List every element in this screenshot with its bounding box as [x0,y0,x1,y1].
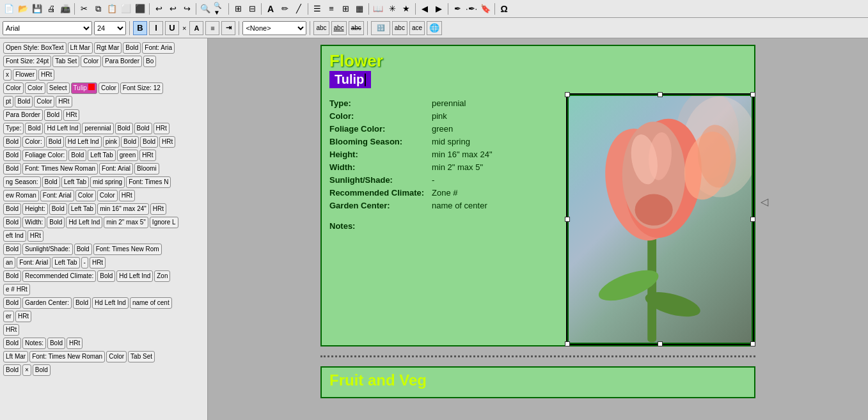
print-icon[interactable]: 🖨 [45,3,58,15]
tag-para-border2[interactable]: Para Border [3,109,43,121]
zoom-icon[interactable]: 🔍 [199,3,212,15]
tag-bold22[interactable]: Bold [97,270,115,282]
tag-color4[interactable]: Color [99,82,119,94]
indent-button[interactable]: ⇥ [221,21,235,35]
align-button[interactable]: ≡ [205,21,219,35]
tag-bold1[interactable]: Bold [123,42,141,54]
tag-perennial[interactable]: perennial [82,123,113,134]
symbol-icon[interactable]: Ω [498,3,510,15]
tag-pink[interactable]: pink [103,136,120,148]
tag-color1[interactable]: Color [81,56,101,67]
tag-hd-left-ind4[interactable]: Hd Left Ind [116,270,153,282]
tag-x1[interactable]: x [3,69,12,81]
tag-hrt6[interactable]: HRt [139,150,155,161]
tag-color2[interactable]: Color [3,82,24,94]
tag-color3[interactable]: Color [25,82,45,94]
tag-bold24[interactable]: Bold [73,297,91,309]
bullet-icon[interactable]: ☰ [311,3,324,15]
font-selector[interactable]: Arial Times New Roman Courier New [3,21,92,35]
save-icon[interactable]: 💾 [31,3,43,15]
thesaurus-btn[interactable]: ace [409,21,425,35]
tag-color6[interactable]: Color [75,190,96,201]
tag-eft-ind[interactable]: eft Ind [3,230,26,242]
ref-icon[interactable]: ✳ [386,3,398,15]
lang-btn[interactable]: 🌐 [427,21,442,35]
bold-button[interactable]: B [133,21,147,35]
tag-color-lbl[interactable]: Color: [22,136,45,148]
grid-icon[interactable]: ▦ [353,3,366,15]
tag-mid-spring[interactable]: mid spring [90,176,125,188]
tag-er-hrt[interactable]: er [3,311,14,322]
tag-font-times3[interactable]: Font: Times New Rom [93,244,162,255]
tag-font-size-12[interactable]: Font Size: 12 [120,82,163,94]
new-doc-icon[interactable]: 📄 [3,3,15,15]
tag-bold4[interactable]: Bold [25,123,43,134]
tag-bold9[interactable]: Bold [121,136,139,148]
line-icon[interactable]: ╱ [292,3,305,15]
sel-handle-mr[interactable] [750,217,755,222]
abc-btn2[interactable]: abc [331,21,347,35]
tag-x2[interactable]: × [22,364,31,376]
tag-height[interactable]: Height: [22,203,48,215]
sel-handle-br[interactable] [750,341,755,346]
tag-bold5[interactable]: Bold [115,123,133,134]
undo-icon[interactable]: ↩ [152,3,165,15]
tag-pt[interactable]: pt [3,96,13,107]
tag-hrt7[interactable]: HRt [119,190,135,201]
tag-bo[interactable]: Bo [143,56,156,67]
tag-font-arial2[interactable]: Font: Arial [99,163,133,175]
tag-font-arial4[interactable]: Font: Arial [17,257,51,268]
book-icon[interactable]: 📖 [372,3,384,15]
tag-left-tab1[interactable]: Left Tab [88,150,115,161]
undo2-icon[interactable]: ↩ [166,3,179,15]
zoom2-icon[interactable]: 🔍▼ [213,3,226,15]
bookmark-icon[interactable]: 🔖 [479,3,492,15]
tag-hrt4[interactable]: HRt [154,123,170,134]
tag-bold23[interactable]: Bold [3,297,21,309]
tag-bold21[interactable]: Bold [3,270,21,282]
sel-handle-bl[interactable] [565,341,570,346]
sel-handle-ml[interactable] [565,217,570,222]
tag-font-times2[interactable]: Font: Times N [126,176,171,188]
tag-bold7[interactable]: Bold [3,136,21,148]
tag-ng-season[interactable]: ng Season: [3,176,41,188]
tag-bold18[interactable]: Bold [47,217,65,228]
tag-foliage[interactable]: Foliage Color: [22,150,67,161]
color-button[interactable]: A [189,21,203,35]
tag-bold17[interactable]: Bold [3,217,21,228]
columns-icon[interactable]: ⊞ [339,3,352,15]
tag-bold3[interactable]: Bold [44,109,62,121]
redo-icon[interactable]: ↪ [180,3,193,15]
tag-select[interactable]: Select [47,82,70,94]
abc-btn1[interactable]: abc [313,21,329,35]
tag-tab-set[interactable]: Tab Set [52,56,79,67]
tag-color5[interactable]: Color [34,96,54,107]
tag-bold25[interactable]: Bold [3,338,21,349]
tag-hd-left-ind2[interactable]: Hd Left Ind [65,136,102,148]
tag-hrt11[interactable]: HRt [15,311,31,322]
table-icon[interactable]: ⊞ [232,3,244,15]
tag-sunlight[interactable]: Sunlight/Shade: [22,244,73,255]
tag-e-hash-hrt[interactable]: e # HRt [3,284,30,295]
tag-bold15[interactable]: Bold [3,203,21,215]
tag-dash[interactable]: - [81,257,88,268]
abc-btn3[interactable]: abc [349,21,364,35]
tag-hrt1[interactable]: HRt [38,69,54,81]
card-scroll-indicator[interactable]: ◁ [761,196,768,208]
tag-bloomi[interactable]: Bloomi [134,163,159,175]
pen2-icon[interactable]: ·✒· [465,3,478,15]
table2-icon[interactable]: ⊟ [246,3,258,15]
tag-hrt8[interactable]: HRt [150,203,166,215]
tag-left-tab2[interactable]: Left Tab [61,176,89,188]
paste-icon[interactable]: 📋 [106,3,118,15]
tag-an-font[interactable]: an [3,257,15,268]
tag-width[interactable]: Width: [22,217,45,228]
tag-garden-center[interactable]: Garden Center: [22,297,72,309]
tag-bold6[interactable]: Bold [134,123,152,134]
tag-lft-mar2[interactable]: Lft Mar [3,351,28,362]
tag-hrt13[interactable]: HRt [67,338,83,349]
tag-color8[interactable]: Color [106,351,127,362]
tag-flower[interactable]: Flower [13,69,37,81]
copy3-icon[interactable]: ⬛ [134,3,146,15]
tag-font-times1[interactable]: Font: Times New Roman [22,163,98,175]
